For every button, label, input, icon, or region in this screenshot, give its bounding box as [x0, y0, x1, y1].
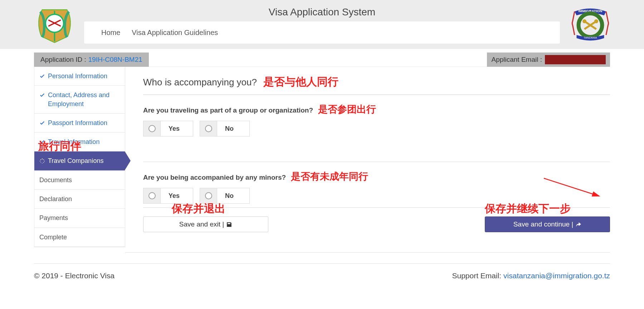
question-minors: Are you being accompanied by any minors? — [143, 174, 286, 181]
radio-group-no[interactable]: No — [200, 121, 250, 136]
check-icon — [39, 92, 45, 98]
sidebar-item-documents[interactable]: Documents — [34, 171, 125, 190]
section-heading: Who is accompanying you? — [143, 77, 257, 88]
nav-guidelines[interactable]: Visa Application Guidelines — [132, 29, 218, 37]
nav-home[interactable]: Home — [101, 29, 120, 37]
sidebar-item-declaration[interactable]: Declaration — [34, 190, 125, 209]
annotation-q1: 是否参团出行 — [318, 103, 376, 116]
question-group-travel: Are you traveling as part of a group or … — [143, 106, 313, 114]
svg-point-10 — [42, 163, 43, 164]
footer-support: Support Email: visatanzania@immigration.… — [452, 271, 610, 280]
svg-point-13 — [40, 159, 41, 160]
svg-point-6 — [42, 159, 43, 160]
top-nav: Home Visa Application Guidelines — [84, 21, 560, 44]
sidebar-item-passport-information[interactable]: Passport Information — [34, 114, 125, 133]
sidebar-item-contact-address-employment[interactable]: Contact, Address and Employment — [34, 86, 125, 114]
annotation-heading: 是否与他人同行 — [263, 75, 338, 89]
annotation-save-continue: 保存并继续下一步 — [485, 201, 571, 216]
save-icon — [226, 221, 232, 228]
check-icon — [39, 120, 45, 126]
svg-point-4 — [594, 19, 598, 23]
save-and-continue-button[interactable]: Save and continue | — [485, 216, 610, 232]
svg-text:TANZANIA: TANZANIA — [584, 36, 597, 39]
application-id: Application ID : 19IH-C08N-BM21 — [34, 53, 149, 67]
sidebar-item-personal-information[interactable]: Personal Information — [34, 67, 125, 86]
redacted-email — [545, 55, 606, 64]
svg-point-3 — [582, 19, 586, 23]
sidebar-item-travel-companions[interactable]: Travel Companions — [34, 151, 125, 170]
svg-point-7 — [43, 159, 44, 160]
sidebar-item-travel-information[interactable]: Travel Information — [34, 133, 125, 151]
loading-icon — [39, 158, 45, 163]
annotation-save-exit: 保存并退出 — [172, 201, 225, 216]
page-title: Visa Application System — [0, 6, 644, 18]
check-icon — [39, 73, 45, 79]
svg-point-9 — [43, 163, 44, 163]
sidebar-item-payments[interactable]: Payments — [34, 209, 125, 228]
footer-copyright: © 2019 - Electronic Visa — [34, 271, 114, 280]
forward-icon — [575, 221, 581, 228]
sidebar-item-complete[interactable]: Complete — [34, 228, 125, 247]
check-icon — [39, 139, 45, 145]
save-and-exit-button[interactable]: Save and exit | — [143, 216, 268, 232]
applicant-email: Applicant Email : — [487, 53, 610, 67]
support-email-link[interactable]: visatanzania@immigration.go.tz — [503, 271, 610, 280]
svg-point-8 — [44, 161, 45, 161]
svg-point-11 — [40, 163, 41, 163]
annotation-q2: 是否有未成年同行 — [291, 170, 368, 183]
radio-group-yes[interactable]: Yes — [143, 121, 193, 136]
svg-point-12 — [40, 161, 40, 162]
step-sidebar: Personal Information Contact, Address an… — [34, 67, 125, 247]
